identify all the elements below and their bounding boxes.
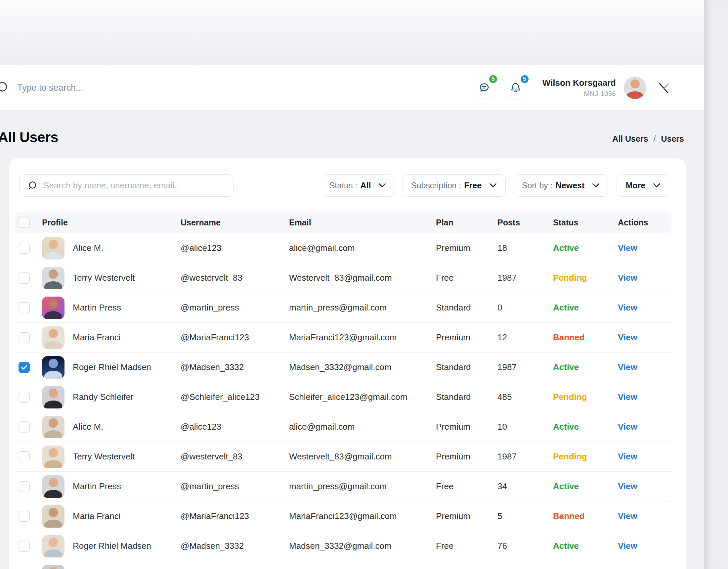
row-checkbox[interactable] [19,451,30,462]
status-badge: Active [553,541,618,551]
user-name: Alice M. [73,422,181,432]
global-search[interactable]: Type to search... [0,80,83,95]
table-row: Terry Westervelt@westervelt_83Westervelt… [15,263,671,293]
view-link[interactable]: View [618,511,637,521]
breadcrumb-current: Users [661,134,684,144]
row-checkbox[interactable] [19,481,30,492]
sort-dropdown[interactable]: Sort by : Newest [514,174,608,197]
profile-avatar [42,535,64,557]
user-avatar[interactable] [624,76,646,99]
subscription-filter-dropdown[interactable]: Subscription : Free [403,174,506,197]
breadcrumb-separator: / [654,134,656,144]
row-checkbox-checked[interactable] [19,362,30,373]
user-name: Maria Franci [73,511,181,521]
status-filter-value: All [360,181,371,190]
user-email: Westervelt_83@gmail.com [289,273,436,283]
search-icon [0,80,10,95]
view-link[interactable]: View [618,422,637,432]
avatar-cell [42,565,73,569]
row-checkbox[interactable] [19,511,30,522]
user-plan: Premium [436,243,497,253]
table-search-input[interactable]: Search by name, username, email.. [19,174,234,197]
row-checkbox-cell [19,541,42,552]
viewport-right-edge [704,0,728,569]
user-email: martin_press@gmail.com [289,481,436,492]
status-filter-dropdown[interactable]: Status : All [322,174,394,197]
avatar-cell [42,535,73,557]
view-link[interactable]: View [618,243,637,253]
user-posts: 5 [497,511,553,521]
user-username: @martin_press [181,303,289,313]
profile-menu-icon[interactable] [657,81,671,95]
user-name: Alice M. [73,243,181,253]
row-checkbox-cell [19,302,42,314]
select-all-checkbox[interactable] [19,217,30,228]
view-link[interactable]: View [618,392,637,402]
table-body: Alice M.@alice123alice@gmail.comPremium1… [15,233,671,569]
more-label: More [626,181,646,190]
messages-button[interactable]: 5 [473,76,496,99]
user-email: martin_press@gmail.com [289,303,436,313]
view-link[interactable]: View [618,273,637,283]
actions-cell: View [618,303,671,313]
user-email: alice@gmail.com [289,422,436,432]
avatar-cell [42,237,73,259]
profile-avatar [42,475,64,498]
user-posts: 34 [497,481,553,492]
user-posts: 12 [497,332,553,343]
profile-avatar [42,297,64,319]
more-filters-dropdown[interactable]: More [617,174,670,197]
profile-avatar [42,267,64,289]
table-row: Martin Press@martin_pressmartin_press@gm… [15,293,671,323]
avatar-cell [42,475,73,498]
status-badge: Active [553,303,618,313]
row-checkbox[interactable] [19,242,30,254]
sort-value: Newest [556,181,585,190]
user-username: @westervelt_83 [181,452,289,462]
actions-cell: View [618,273,671,283]
actions-cell: View [618,362,671,372]
avatar-cell [42,356,73,379]
user-email: Madsen_3332@gmail.com [289,541,436,551]
user-posts: 10 [497,422,553,432]
row-checkbox-cell [19,511,42,522]
status-badge: Pending [553,452,618,462]
user-username: @MariaFranci123 [181,332,289,343]
breadcrumb: All Users / Users [612,134,684,144]
row-checkbox[interactable] [19,541,30,552]
user-email: Schleifer_alice123@gmail.com [289,392,436,402]
status-badge: Banned [553,332,618,343]
user-name: Martin Press [73,303,181,313]
breadcrumb-parent[interactable]: All Users [612,134,648,144]
view-link[interactable]: View [618,362,637,372]
global-search-placeholder: Type to search... [17,83,83,93]
table-header-row: ProfileUsernameEmailPlanPostsStatusActio… [15,211,671,233]
view-link[interactable]: View [618,541,637,551]
table-row [15,561,671,569]
row-checkbox[interactable] [19,332,30,343]
header-checkbox-cell [19,217,42,228]
search-icon [27,180,38,191]
avatar-cell [42,297,73,319]
row-checkbox-cell [19,421,42,433]
view-link[interactable]: View [618,332,637,342]
row-checkbox[interactable] [19,392,30,403]
row-checkbox[interactable] [19,421,30,433]
user-email: Westervelt_83@gmail.com [289,452,436,462]
user-username: @Madsen_3332 [181,362,289,372]
top-bar: Type to search... 5 5 Wilson Korsgaard M… [0,65,704,110]
view-link[interactable]: View [618,452,637,461]
view-link[interactable]: View [618,481,637,491]
notifications-button[interactable]: 5 [504,76,527,99]
avatar-cell [42,446,73,468]
view-link[interactable]: View [618,303,637,313]
user-posts: 18 [497,243,553,253]
user-name: Roger Rhiel Madsen [73,362,181,372]
table-row: Roger Rhiel Madsen@Madsen_3332Madsen_333… [15,353,671,382]
row-checkbox[interactable] [19,302,30,314]
user-name: Wilson Korsgaard [542,77,616,88]
user-plan: Standard [436,362,497,372]
row-checkbox[interactable] [19,272,30,284]
user-plan: Free [436,273,497,283]
user-email: MariaFranci123@gmail.com [289,511,436,521]
